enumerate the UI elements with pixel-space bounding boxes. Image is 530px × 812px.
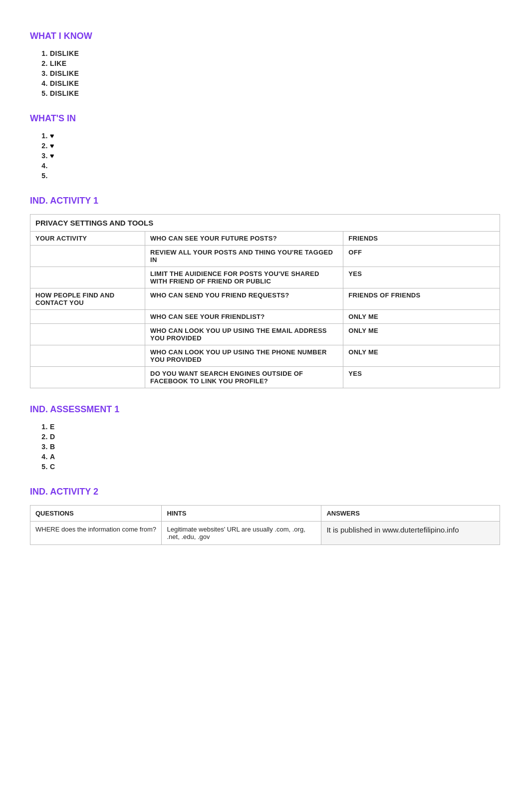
heart-icon: ♥ — [50, 132, 54, 140]
privacy-table-header: PRIVACY SETTINGS AND TOOLS — [30, 214, 500, 231]
list-item: D — [50, 433, 500, 441]
list-item: ♥ — [50, 152, 500, 160]
category-cell — [30, 310, 145, 324]
list-item: DISLIKE — [50, 89, 500, 97]
category-cell — [30, 345, 145, 367]
table-row: WHO CAN SEE YOUR FRIENDLIST? ONLY ME — [30, 310, 500, 324]
answer-cell: OFF — [343, 246, 500, 267]
ind-assessment1-section: IND. ASSESSMENT 1 E D B A C — [30, 404, 500, 471]
col-hints-header: HINTS — [162, 506, 321, 522]
category-cell — [30, 367, 145, 388]
answer-cell: ONLY ME — [343, 324, 500, 345]
ind-assessment1-title: IND. ASSESSMENT 1 — [30, 404, 500, 415]
ind-activity1-section: IND. ACTIVITY 1 PRIVACY SETTINGS AND TOO… — [30, 196, 500, 388]
ind-activity2-section: IND. ACTIVITY 2 QUESTIONS HINTS ANSWERS … — [30, 487, 500, 545]
question-cell: LIMIT THE AUIDIENCE FOR POSTS YOU'VE SHA… — [145, 267, 343, 288]
list-item: A — [50, 453, 500, 461]
question-cell: WHO CAN LOOK YOU UP USING THE PHONE NUMB… — [145, 345, 343, 367]
list-item: ♥ — [50, 132, 500, 140]
category-cell: YOUR ACTIVITY — [30, 232, 145, 246]
answer-cell: ONLY ME — [343, 310, 500, 324]
answer-cell: FRIENDS — [343, 232, 500, 246]
table-row: WHO CAN LOOK YOU UP USING THE PHONE NUMB… — [30, 345, 500, 367]
table-row: DO YOU WANT SEARCH ENGINES OUTSIDE OF FA… — [30, 367, 500, 388]
whats-in-section: WHAT'S IN ♥ ♥ ♥ — [30, 113, 500, 180]
privacy-table: YOUR ACTIVITY WHO CAN SEE YOUR FUTURE PO… — [30, 231, 500, 388]
question-cell: DO YOU WANT SEARCH ENGINES OUTSIDE OF FA… — [145, 367, 343, 388]
answer-cell: YES — [343, 267, 500, 288]
heart-icon: ♥ — [50, 142, 54, 150]
hint-cell: Legitimate websites' URL are usually .co… — [162, 522, 321, 545]
col-answers-header: ANSWERS — [321, 506, 500, 522]
category-cell — [30, 324, 145, 345]
ind-activity1-title: IND. ACTIVITY 1 — [30, 196, 500, 206]
list-item: DISLIKE — [50, 79, 500, 87]
table-row: WHO CAN LOOK YOU UP USING THE EMAIL ADDR… — [30, 324, 500, 345]
ind-assessment1-list: E D B A C — [50, 423, 500, 471]
list-item: DISLIKE — [50, 49, 500, 57]
list-item: LIKE — [50, 59, 500, 67]
question-cell: WHERE does the information come from? — [30, 522, 162, 545]
question-cell: WHO CAN SEE YOUR FUTURE POSTS? — [145, 232, 343, 246]
list-item: B — [50, 443, 500, 451]
table-row: HOW PEOPLE FIND AND CONTACT YOU WHO CAN … — [30, 288, 500, 310]
table-row: REVIEW ALL YOUR POSTS AND THING YOU'RE T… — [30, 246, 500, 267]
list-item — [50, 162, 500, 170]
list-item: C — [50, 463, 500, 471]
heart-icon: ♥ — [50, 152, 54, 160]
list-item: DISLIKE — [50, 69, 500, 77]
answer-cell: It is published in www.dutertefilipino.i… — [321, 522, 500, 545]
ind-activity2-title: IND. ACTIVITY 2 — [30, 487, 500, 497]
whats-in-title: WHAT'S IN — [30, 113, 500, 124]
answer-cell: FRIENDS OF FRIENDS — [343, 288, 500, 310]
answer-cell: ONLY ME — [343, 345, 500, 367]
question-cell: WHO CAN SEE YOUR FRIENDLIST? — [145, 310, 343, 324]
what-i-know-title: WHAT I KNOW — [30, 31, 500, 41]
what-i-know-section: WHAT I KNOW DISLIKE LIKE DISLIKE DISLIKE… — [30, 31, 500, 97]
question-cell: WHO CAN SEND YOU FRIEND REQUESTS? — [145, 288, 343, 310]
category-cell — [30, 246, 145, 267]
col-questions-header: QUESTIONS — [30, 506, 162, 522]
list-item: E — [50, 423, 500, 431]
list-item: ♥ — [50, 142, 500, 150]
what-i-know-list: DISLIKE LIKE DISLIKE DISLIKE DISLIKE — [50, 49, 500, 97]
table-row: WHERE does the information come from? Le… — [30, 522, 500, 545]
answer-cell: YES — [343, 367, 500, 388]
whats-in-list: ♥ ♥ ♥ — [50, 132, 500, 180]
table-row: LIMIT THE AUIDIENCE FOR POSTS YOU'VE SHA… — [30, 267, 500, 288]
category-cell: HOW PEOPLE FIND AND CONTACT YOU — [30, 288, 145, 310]
table-row: YOUR ACTIVITY WHO CAN SEE YOUR FUTURE PO… — [30, 232, 500, 246]
category-cell — [30, 267, 145, 288]
table-row: QUESTIONS HINTS ANSWERS — [30, 506, 500, 522]
activity2-table: QUESTIONS HINTS ANSWERS WHERE does the i… — [30, 505, 500, 545]
question-cell: WHO CAN LOOK YOU UP USING THE EMAIL ADDR… — [145, 324, 343, 345]
question-cell: REVIEW ALL YOUR POSTS AND THING YOU'RE T… — [145, 246, 343, 267]
list-item — [50, 172, 500, 180]
